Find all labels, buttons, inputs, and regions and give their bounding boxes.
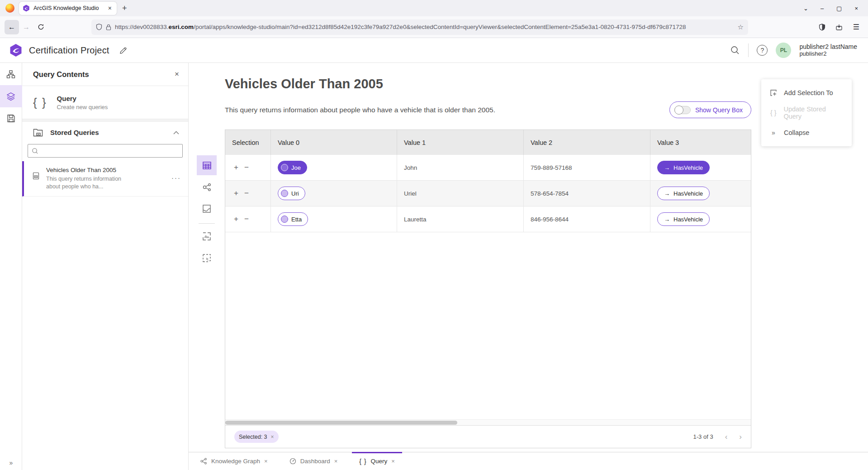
cell-value2[interactable]: 578-654-7854 (524, 181, 650, 206)
avatar[interactable]: PL (776, 43, 791, 58)
selection-tools-button[interactable] (197, 248, 217, 268)
column-header-value2[interactable]: Value 2 (524, 130, 650, 155)
tab-knowledge-graph[interactable]: Knowledge Graph × (193, 452, 275, 470)
reload-button[interactable] (33, 20, 48, 34)
tab-close-icon[interactable]: × (264, 458, 268, 465)
link-chart-button[interactable] (197, 177, 217, 197)
tab-label: Knowledge Graph (211, 458, 260, 465)
cell-value1[interactable]: Lauretta (397, 206, 524, 232)
relationship-pill[interactable]: →HasVehicle (657, 187, 710, 200)
stored-queries-header[interactable]: Stored Queries (22, 122, 188, 143)
show-query-box-toggle[interactable]: Show Query Box (669, 101, 751, 118)
add-selection-icon[interactable]: + (234, 189, 238, 198)
map-view-button[interactable] (197, 199, 217, 219)
entity-pill[interactable]: Joe (278, 161, 307, 174)
lock-icon[interactable] (106, 24, 111, 30)
bookmark-star-icon[interactable]: ☆ (738, 23, 744, 31)
relationship-pill[interactable]: →HasVehicle (657, 161, 710, 174)
forward-button[interactable]: → (19, 20, 33, 34)
cell-value1[interactable]: Uriel (397, 181, 524, 206)
tab-query[interactable]: { } Query × (352, 452, 402, 470)
remove-selection-icon[interactable]: − (244, 215, 249, 224)
add-to-map-button[interactable] (197, 226, 217, 246)
tracking-shield-icon[interactable] (96, 24, 102, 30)
horizontal-scrollbar[interactable] (225, 419, 751, 425)
menu-item-update-stored-query[interactable]: { } Update Stored Query (761, 103, 852, 123)
stored-query-description: This query returns information about peo… (46, 175, 132, 191)
stored-queries-search[interactable] (28, 144, 183, 158)
remove-selection-icon[interactable]: − (244, 163, 249, 172)
left-rail: » (0, 63, 22, 470)
window-close-button[interactable]: × (848, 5, 864, 12)
toggle-switch[interactable] (674, 106, 691, 114)
url-domain: esri.com (169, 24, 194, 30)
remove-selection-icon[interactable]: − (244, 189, 249, 198)
search-button[interactable] (730, 45, 740, 55)
browser-tab[interactable]: ArcGIS Knowledge Studio × (19, 2, 117, 15)
window-maximize-button[interactable]: ▢ (830, 5, 848, 12)
column-header-value3[interactable]: Value 3 (650, 130, 751, 155)
list-tabs-chevron-icon[interactable]: ⌄ (797, 5, 814, 12)
sidebar-item-hierarchy[interactable] (0, 63, 22, 85)
back-button[interactable]: ← (5, 20, 19, 34)
braces-icon: { } (359, 458, 366, 465)
table-header-row: Selection Value 0 Value 1 Value 2 Value … (225, 130, 751, 155)
menu-item-label: Update Stored Query (783, 106, 844, 120)
new-query-item[interactable]: { } Query Create new queries (22, 86, 188, 119)
main-area: Vehicles Older Than 2005 This query retu… (189, 63, 868, 470)
panel-title: Query Contents (33, 70, 175, 79)
url-text[interactable]: https://dev0028833.esri.com/portal/apps/… (115, 24, 734, 30)
search-input[interactable] (42, 148, 179, 154)
column-header-selection[interactable]: Selection (225, 130, 271, 155)
add-selection-icon[interactable]: + (234, 163, 238, 172)
window-minimize-button[interactable]: – (814, 5, 830, 12)
tab-dashboard[interactable]: Dashboard × (282, 452, 345, 470)
new-tab-button[interactable]: + (117, 4, 133, 13)
save-to-library-icon[interactable] (832, 20, 846, 34)
cell-value2[interactable]: 846-956-8644 (524, 206, 650, 232)
scrollbar-thumb[interactable] (225, 421, 457, 425)
next-page-icon[interactable]: › (739, 432, 742, 441)
protections-shield-icon[interactable] (815, 20, 829, 34)
tab-close-icon[interactable]: × (391, 458, 395, 465)
previous-page-icon[interactable]: ‹ (725, 432, 728, 441)
entity-pill[interactable]: Etta (278, 212, 308, 226)
entity-pill[interactable]: Uri (278, 187, 305, 200)
edit-title-button[interactable] (119, 47, 127, 54)
browser-toolbar: ← → https://dev0028833.esri.com/portal/a… (0, 16, 868, 38)
relationship-label: HasVehicle (674, 216, 703, 223)
panel-header: Query Contents × (22, 63, 188, 86)
stored-query-options-icon[interactable]: ··· (171, 174, 181, 182)
pagination: 1-3 of 3 ‹ › (693, 432, 742, 441)
help-button[interactable]: ? (757, 45, 768, 56)
sidebar-item-contents[interactable] (0, 85, 22, 107)
marquee-select-icon (202, 254, 211, 263)
sidebar-item-save[interactable] (0, 107, 22, 129)
url-bar[interactable]: https://dev0028833.esri.com/portal/apps/… (91, 19, 748, 35)
tab-close-icon[interactable]: × (334, 458, 338, 465)
column-header-value1[interactable]: Value 1 (397, 130, 524, 155)
collapse-section-chevron-icon[interactable] (173, 131, 179, 134)
tab-close-icon[interactable]: × (107, 5, 113, 12)
selected-count-chip[interactable]: Selected: 3 × (234, 431, 279, 443)
menu-item-add-selection-to[interactable]: Add Selection To (761, 83, 852, 103)
column-header-value0[interactable]: Value 0 (271, 130, 397, 155)
menu-hamburger-icon[interactable]: ☰ (849, 20, 863, 34)
relationship-arrow-icon: → (664, 216, 670, 223)
panel-close-icon[interactable]: × (175, 70, 179, 79)
add-selection-icon[interactable]: + (234, 215, 238, 224)
stored-query-item[interactable]: Vehicles Older Than 2005 This query retu… (22, 161, 188, 197)
user-name-block[interactable]: publisher2 lastName publisher2 (799, 43, 857, 57)
firefox-icon[interactable] (5, 4, 14, 13)
cell-value2[interactable]: 759-889-57168 (524, 155, 650, 180)
table-row: +− Etta Lauretta 846-956-8644 →HasVehicl… (225, 206, 751, 232)
menu-item-collapse[interactable]: » Collapse (761, 123, 852, 143)
arcgis-knowledge-logo (9, 43, 23, 57)
table-view-button[interactable] (197, 155, 217, 175)
clear-selection-icon[interactable]: × (271, 434, 274, 440)
search-icon (730, 45, 740, 55)
query-item-subtitle: Create new queries (57, 104, 108, 110)
expand-rail-button[interactable]: » (0, 459, 22, 466)
cell-value1[interactable]: John (397, 155, 524, 180)
relationship-pill[interactable]: →HasVehicle (657, 212, 710, 226)
